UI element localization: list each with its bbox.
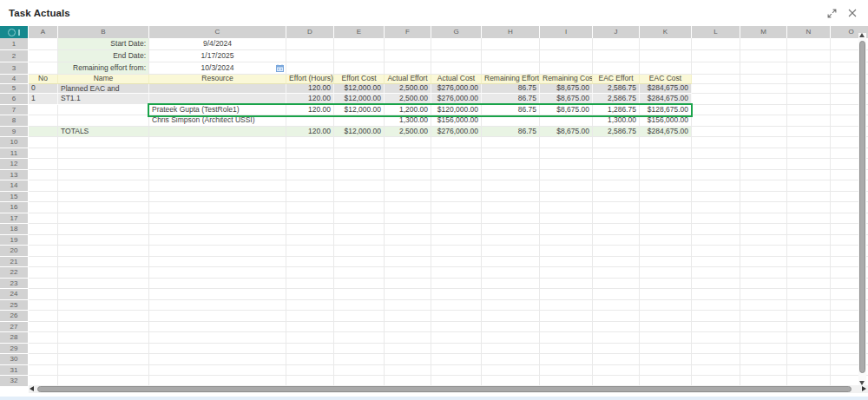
cell-H12[interactable]	[482, 159, 540, 170]
cell-B28[interactable]	[58, 332, 149, 344]
row-header-2[interactable]: 2	[0, 50, 29, 62]
cell-M29[interactable]	[740, 344, 787, 355]
cell-K9[interactable]: $284,675.00	[640, 127, 692, 138]
row-header-25[interactable]: 25	[0, 300, 29, 311]
row-header-6[interactable]: 6	[0, 94, 29, 105]
col-header-M[interactable]: M	[740, 26, 787, 38]
cell-F30[interactable]	[385, 354, 431, 365]
cell-B17[interactable]	[58, 213, 149, 225]
cell-F6[interactable]: 2,500.00	[385, 94, 431, 105]
cell-C25[interactable]	[149, 300, 286, 311]
vertical-scroll-thumb[interactable]	[859, 41, 865, 373]
cell-M2[interactable]	[740, 50, 787, 62]
row-header-24[interactable]: 24	[0, 289, 29, 300]
cell-C12[interactable]	[149, 159, 286, 170]
cell-M28[interactable]	[740, 332, 787, 344]
cell-B29[interactable]	[58, 344, 149, 355]
cell-E2[interactable]	[334, 50, 385, 62]
cell-E4[interactable]: Effort Cost	[334, 75, 385, 84]
cell-B30[interactable]	[58, 354, 149, 365]
cell-C10[interactable]	[149, 137, 286, 148]
cell-F24[interactable]	[385, 289, 431, 300]
cell-C17[interactable]	[149, 213, 286, 225]
cell-N7[interactable]	[787, 105, 831, 116]
col-header-L[interactable]: L	[692, 26, 740, 38]
row-header-20[interactable]: 20	[0, 246, 29, 257]
cell-I15[interactable]	[540, 192, 593, 203]
cell-N22[interactable]	[787, 267, 831, 279]
expand-button[interactable]	[826, 8, 837, 18]
cell-B13[interactable]	[58, 170, 149, 181]
cell-K2[interactable]	[640, 50, 692, 62]
cell-C30[interactable]	[149, 354, 286, 365]
cell-B1[interactable]: Start Date:	[58, 38, 149, 50]
cell-J23[interactable]	[593, 279, 640, 290]
cell-N29[interactable]	[787, 344, 831, 355]
cell-G16[interactable]	[431, 202, 482, 213]
cell-J6[interactable]: 2,586.75	[593, 94, 640, 105]
cell-G6[interactable]: $276,000.00	[431, 94, 482, 105]
cell-F2[interactable]	[385, 50, 431, 62]
cell-L29[interactable]	[692, 344, 740, 355]
cell-K12[interactable]	[640, 159, 692, 170]
cell-I3[interactable]	[540, 62, 593, 75]
cell-N18[interactable]	[787, 224, 831, 235]
cell-D9[interactable]: 120.00	[286, 127, 334, 138]
row-header-18[interactable]: 18	[0, 224, 29, 235]
cell-F7[interactable]: 1,200.00	[385, 105, 431, 116]
cell-E21[interactable]	[334, 257, 385, 268]
cell-I4[interactable]: Remaining Cost	[540, 75, 593, 84]
cell-N1[interactable]	[787, 38, 831, 50]
cell-A14[interactable]	[29, 180, 58, 192]
cell-H26[interactable]	[482, 311, 540, 322]
cell-F31[interactable]	[385, 365, 431, 377]
cell-M25[interactable]	[740, 300, 787, 311]
cell-G10[interactable]	[431, 137, 482, 148]
cell-N20[interactable]	[787, 246, 831, 257]
cell-H19[interactable]	[482, 235, 540, 246]
vertical-scrollbar[interactable]	[858, 33, 866, 385]
cell-E27[interactable]	[334, 322, 385, 333]
cell-B2[interactable]: End Date:	[58, 50, 149, 62]
cell-B21[interactable]	[58, 257, 149, 268]
cell-M1[interactable]	[740, 38, 787, 50]
cell-M20[interactable]	[740, 246, 787, 257]
cell-K11[interactable]	[640, 148, 692, 160]
cell-D22[interactable]	[286, 267, 334, 279]
cell-H25[interactable]	[482, 300, 540, 311]
col-header-J[interactable]: J	[593, 26, 640, 38]
cell-H30[interactable]	[482, 354, 540, 365]
cell-A23[interactable]	[29, 279, 58, 290]
cell-H7[interactable]: 86.75	[482, 105, 540, 116]
cell-H4[interactable]: Remaining Effort	[482, 75, 540, 84]
cell-A1[interactable]	[29, 38, 58, 50]
cell-M6[interactable]	[740, 94, 787, 105]
cell-E10[interactable]	[334, 137, 385, 148]
cell-H15[interactable]	[482, 192, 540, 203]
cell-D18[interactable]	[286, 224, 334, 235]
cell-A10[interactable]	[29, 137, 58, 148]
cell-N16[interactable]	[787, 202, 831, 213]
cell-A15[interactable]	[29, 192, 58, 203]
cell-J10[interactable]	[593, 137, 640, 148]
cell-G11[interactable]	[431, 148, 482, 160]
cell-N10[interactable]	[787, 137, 831, 148]
cell-D15[interactable]	[286, 192, 334, 203]
cell-F9[interactable]: 2,500.00	[385, 127, 431, 138]
cell-M21[interactable]	[740, 257, 787, 268]
cell-I6[interactable]: $8,675.00	[540, 94, 593, 105]
cell-M4[interactable]	[740, 75, 787, 84]
cell-E9[interactable]: $12,000.00	[334, 127, 385, 138]
cell-J13[interactable]	[593, 170, 640, 181]
cell-A25[interactable]	[29, 300, 58, 311]
cell-D5[interactable]: 120.00	[286, 84, 334, 94]
cell-D10[interactable]	[286, 137, 334, 148]
cell-N31[interactable]	[787, 365, 831, 377]
cell-G25[interactable]	[431, 300, 482, 311]
cell-L20[interactable]	[692, 246, 740, 257]
cell-I7[interactable]: $8,675.00	[540, 105, 593, 116]
cell-L25[interactable]	[692, 300, 740, 311]
cell-I8[interactable]	[540, 115, 593, 127]
col-header-E[interactable]: E	[334, 26, 385, 38]
cell-E17[interactable]	[334, 213, 385, 225]
